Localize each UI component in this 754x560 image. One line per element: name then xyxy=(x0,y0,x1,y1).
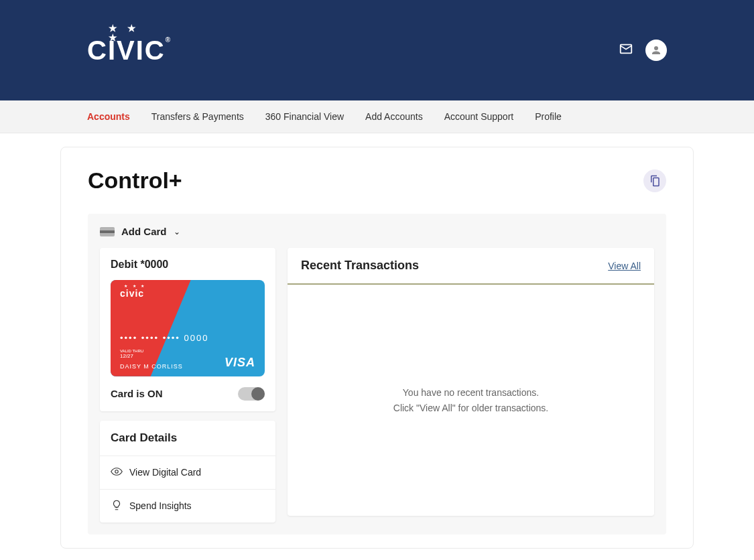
card-status-label: Card is ON xyxy=(111,388,163,399)
card-status-toggle[interactable] xyxy=(238,387,265,401)
profile-avatar[interactable] xyxy=(645,40,667,61)
card-details-title: Card Details xyxy=(100,421,275,456)
nav-item-add-accounts[interactable]: Add Accounts xyxy=(365,100,423,133)
card-valid: VALID THRU 12/27 xyxy=(120,349,143,359)
nav-item-account-support[interactable]: Account Support xyxy=(444,100,514,133)
view-all-link[interactable]: View All xyxy=(608,261,641,271)
card-icon xyxy=(100,227,115,236)
eye-icon xyxy=(111,466,123,480)
chevron-down-icon: ⌄ xyxy=(174,227,180,236)
empty-text-line: Click "View All" for older transactions. xyxy=(393,401,548,415)
card-holder: DAISY M CORLISS xyxy=(120,363,183,370)
transactions-title: Recent Transactions xyxy=(301,259,419,273)
brand-logo[interactable]: ★ ★ ★ CIVIC® xyxy=(87,37,172,64)
recent-transactions-panel: Recent Transactions View All You have no… xyxy=(288,248,654,516)
copy-icon[interactable] xyxy=(643,169,666,192)
nav-item-360-financial-view[interactable]: 360 Financial View xyxy=(265,100,344,133)
transactions-empty-state: You have no recent transactions. Click "… xyxy=(288,285,654,516)
nav-item-profile[interactable]: Profile xyxy=(535,100,562,133)
card-brand: civic xyxy=(120,288,144,299)
mail-icon[interactable] xyxy=(619,42,633,59)
bulb-icon xyxy=(111,499,123,513)
details-item-view-digital-card[interactable]: View Digital Card xyxy=(100,456,275,489)
nav-item-transfers-payments[interactable]: Transfers & Payments xyxy=(151,100,244,133)
page-title: Control+ xyxy=(88,167,182,194)
details-item-label: Spend Insights xyxy=(129,500,192,511)
details-item-spend-insights[interactable]: Spend Insights xyxy=(100,489,275,522)
add-card-dropdown[interactable]: Add Card ⌄ xyxy=(100,226,654,237)
main-nav: AccountsTransfers & Payments360 Financia… xyxy=(0,100,754,133)
nav-item-accounts[interactable]: Accounts xyxy=(87,100,130,133)
card-network: VISA xyxy=(225,356,255,370)
star-icon: ★ ★ ★ xyxy=(109,23,151,42)
add-card-label: Add Card xyxy=(121,226,167,237)
card-number: •••• •••• •••• 0000 xyxy=(120,333,208,343)
card-label: Debit *0000 xyxy=(111,259,265,271)
card-details-panel: Card Details View Digital CardSpend Insi… xyxy=(100,421,275,522)
empty-text-line: You have no recent transactions. xyxy=(403,385,539,400)
star-icon: ★ ★ ★ xyxy=(124,283,146,288)
credit-card-image: ★ ★ ★ civic •••• •••• •••• 0000 VALID TH… xyxy=(111,280,265,376)
control-plus-panel: Control+ Add Card ⌄ Debit *0000 ★ ★ ★ ci… xyxy=(60,147,694,549)
card-panel: Debit *0000 ★ ★ ★ civic •••• •••• •••• 0… xyxy=(100,248,275,411)
svg-point-0 xyxy=(115,470,119,474)
details-item-label: View Digital Card xyxy=(129,467,201,478)
header: ★ ★ ★ CIVIC® xyxy=(0,0,754,100)
